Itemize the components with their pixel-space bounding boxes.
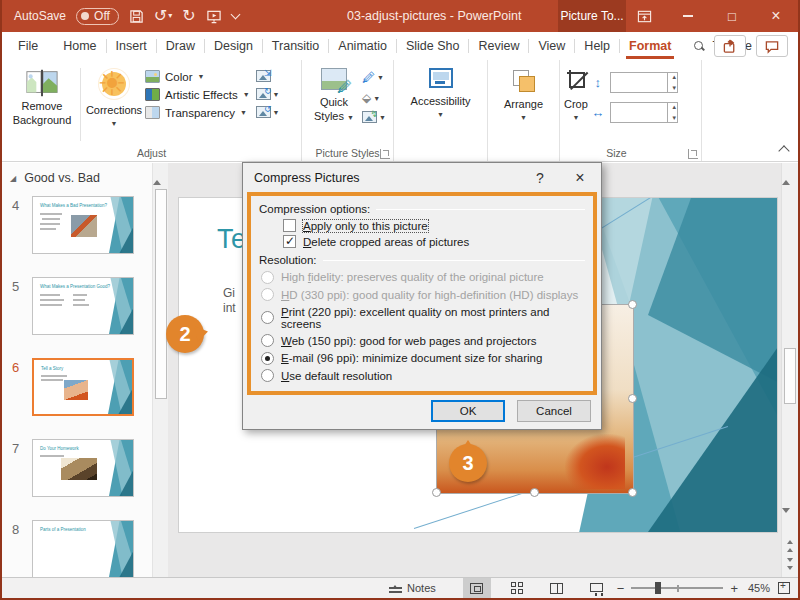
delete-cropped-checkbox-row[interactable]: Delete cropped areas of pictures	[283, 235, 585, 248]
height-spinner[interactable]: ▲▼	[667, 72, 681, 93]
section-header[interactable]: ◢ Good vs. Bad	[2, 163, 152, 191]
thumbnail-scroll-thumb[interactable]	[155, 189, 167, 399]
radio-circle[interactable]	[261, 334, 274, 347]
normal-view-button[interactable]	[463, 578, 491, 598]
radio-circle-selected[interactable]	[261, 352, 274, 365]
reading-view-button[interactable]	[543, 578, 571, 598]
zoom-slider[interactable]	[631, 587, 723, 589]
notes-icon	[389, 583, 402, 593]
slideshow-view-button[interactable]	[583, 578, 611, 598]
arrange-button[interactable]: Arrange ▼	[492, 64, 555, 145]
minimize-button[interactable]	[666, 0, 710, 32]
radio-email-96ppi-selected[interactable]: E-mail (96 ppi): minimize document size …	[261, 352, 585, 365]
dialog-help-button[interactable]: ?	[525, 163, 555, 192]
tab-design[interactable]: Design	[205, 32, 262, 60]
comments-button[interactable]	[756, 35, 788, 57]
radio-print-220ppi[interactable]: Print (220 ppi): excellent quality on mo…	[261, 306, 585, 330]
zoom-out-button[interactable]: −	[617, 581, 625, 596]
share-button[interactable]	[714, 35, 746, 57]
accessibility-icon	[429, 68, 453, 88]
picture-tools-context-tab[interactable]: Picture To...	[558, 0, 626, 32]
slide-5-thumbnail[interactable]: What Makes a Presentation Good?	[32, 277, 134, 335]
next-slide-button[interactable]	[782, 558, 798, 573]
apply-only-checkbox[interactable]	[283, 219, 296, 232]
scroll-down-icon[interactable]	[782, 508, 790, 534]
tab-draw[interactable]: Draw	[157, 32, 204, 60]
ribbon: RemoveBackground Corrections ▼ Color▼ Ar…	[2, 60, 798, 162]
artistic-effects-button[interactable]: Artistic Effects▼	[145, 88, 250, 101]
tab-slideshow[interactable]: Slide Sho	[397, 32, 469, 60]
picture-effects-button[interactable]: ⬙▼	[362, 91, 386, 105]
slide-7-thumbnail[interactable]: Do Your Homework	[32, 439, 134, 497]
fit-slide-to-window-icon[interactable]	[778, 582, 790, 594]
notes-button[interactable]: Notes	[380, 578, 445, 598]
tab-view[interactable]: View	[529, 32, 574, 60]
tab-review[interactable]: Review	[469, 32, 528, 60]
width-spinner[interactable]: ▲▼	[667, 102, 681, 123]
dialog-close-button[interactable]: ×	[565, 163, 595, 192]
remove-background-button[interactable]: RemoveBackground	[6, 64, 78, 145]
radio-web-150ppi[interactable]: Web (150 ppi): good for web pages and pr…	[261, 334, 585, 347]
undo-icon[interactable]: ↺▾	[154, 8, 172, 24]
scroll-thumb[interactable]	[784, 348, 796, 404]
tab-help[interactable]: Help	[575, 32, 619, 60]
compress-pictures-button[interactable]: ⇲	[256, 70, 280, 82]
radio-use-default[interactable]: Use default resolution	[261, 369, 585, 382]
color-button[interactable]: Color▼	[145, 70, 250, 83]
maximize-button[interactable]: □	[710, 0, 754, 32]
picture-border-button[interactable]: 🖉▼	[362, 70, 386, 85]
redo-icon[interactable]: ↻	[182, 8, 195, 24]
ok-button[interactable]: OK	[431, 400, 505, 422]
tab-animations[interactable]: Animatio	[329, 32, 396, 60]
ribbon-display-options-icon[interactable]	[622, 0, 666, 32]
delete-cropped-checkbox[interactable]	[283, 235, 296, 248]
scroll-up-icon[interactable]	[782, 159, 790, 185]
collapse-ribbon-icon[interactable]	[778, 145, 789, 156]
corrections-button[interactable]: Corrections ▼	[83, 64, 145, 145]
powerpoint-window: AutoSave Off ↺▾ ↻ 03-adjust-pictures - P…	[0, 0, 800, 600]
resize-handle-bottom-right[interactable]	[628, 488, 637, 497]
slide-8-thumbnail[interactable]: Parts of a Presentation	[32, 520, 134, 577]
resize-handle-mid-right[interactable]	[628, 394, 637, 403]
slide-4-thumbnail[interactable]: What Makes a Bad Presentation?	[32, 196, 134, 254]
start-slideshow-icon[interactable]	[206, 9, 222, 24]
slide-6-thumbnail-selected[interactable]: Tell a Story	[32, 358, 134, 416]
customize-toolbar-icon[interactable]	[232, 14, 239, 18]
tab-insert[interactable]: Insert	[107, 32, 156, 60]
radio-circle[interactable]	[261, 311, 274, 324]
cancel-button[interactable]: Cancel	[517, 400, 591, 422]
vertical-scrollbar[interactable]	[781, 163, 798, 577]
thumbnail-scrollbar[interactable]	[152, 163, 168, 577]
previous-slide-button[interactable]	[782, 537, 798, 552]
radio-circle[interactable]	[261, 369, 274, 382]
tab-home[interactable]: Home	[54, 32, 105, 60]
change-picture-button[interactable]: ↻▼	[256, 88, 280, 100]
quick-styles-button[interactable]: QuickStyles ▼	[306, 64, 362, 145]
tab-transitions[interactable]: Transitio	[263, 32, 328, 60]
autosave-toggle[interactable]: Off	[76, 8, 119, 25]
save-icon[interactable]	[129, 9, 144, 24]
tab-file[interactable]: File	[2, 32, 54, 60]
notes-label: Notes	[407, 582, 436, 594]
resize-handle-top-right[interactable]	[628, 300, 637, 309]
crop-button[interactable]: Crop ▼	[564, 64, 588, 145]
slide-sorter-button[interactable]	[503, 578, 531, 598]
zoom-slider-thumb[interactable]	[655, 582, 661, 594]
scroll-up-icon[interactable]	[153, 159, 161, 185]
resize-handle-bottom-mid[interactable]	[530, 488, 539, 497]
zoom-in-button[interactable]: +	[730, 581, 738, 596]
transparency-button[interactable]: Transparency▼	[145, 106, 250, 119]
size-group-label: Size	[532, 147, 701, 159]
zoom-level[interactable]: 45%	[744, 582, 774, 594]
size-dialog-launcher[interactable]	[688, 149, 698, 159]
close-button[interactable]: ×	[754, 0, 798, 32]
tab-format[interactable]: Format	[620, 32, 680, 60]
picture-layout-button[interactable]: ↯▼	[362, 111, 386, 123]
resize-handle-bottom-left[interactable]	[432, 488, 441, 497]
accessibility-button[interactable]: Accessibility ▼	[405, 64, 477, 145]
apply-only-checkbox-row[interactable]: Apply only to this picture	[283, 219, 585, 232]
reset-picture-button[interactable]: ↺▼	[256, 106, 280, 118]
picture-styles-dialog-launcher[interactable]	[380, 149, 390, 159]
size-group: Crop ▼ ↕ ▲▼ ↔ ▲▼ Size	[560, 60, 702, 161]
slide-body-text[interactable]: Giint	[223, 286, 236, 316]
